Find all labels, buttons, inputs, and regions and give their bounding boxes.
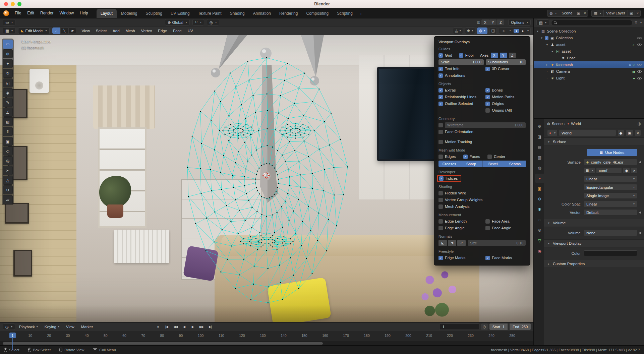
bones-checkbox[interactable] <box>485 88 490 93</box>
interpolation-dropdown[interactable]: Linear▾ <box>584 176 637 182</box>
visibility-eye-icon[interactable] <box>637 69 642 74</box>
3d-viewport[interactable]: User Perspective (1) facemesh ▭⊕+↻◱◈✎∠▧⇑… <box>0 35 533 322</box>
image-source-dropdown[interactable]: Single Image▾ <box>584 192 637 199</box>
edges-checkbox[interactable] <box>438 155 443 159</box>
unlink-world-button[interactable]: × <box>635 130 641 136</box>
edge-display-toggle[interactable]: Creases <box>438 161 460 167</box>
edge-display-toggle[interactable]: Bevel <box>482 161 504 167</box>
expand-arrow-icon[interactable]: ▸ <box>551 50 554 53</box>
visibility-eye-icon[interactable] <box>637 76 642 80</box>
outliner-row-scene-collection[interactable]: ▾ ▥ Scene Collection <box>534 28 644 35</box>
timeline-menu[interactable]: Marker <box>78 324 96 330</box>
mesh-analysis-checkbox[interactable] <box>438 204 443 209</box>
particles-tab[interactable]: ✱ <box>535 205 544 214</box>
next-keyframe-button[interactable]: ▶▶ <box>197 323 205 330</box>
annotations-checkbox[interactable] <box>438 73 443 78</box>
material-preview-button[interactable]: ◑ <box>514 29 519 33</box>
timeline-scrollbar-track[interactable] <box>0 341 533 345</box>
viewport-menu[interactable]: Select <box>93 28 109 34</box>
jump-to-start-button[interactable]: |◀ <box>163 323 170 330</box>
add-cube-tool[interactable]: ▧ <box>3 117 13 126</box>
edge-display-toggle[interactable]: Seams <box>504 161 526 167</box>
edge-length-checkbox[interactable] <box>438 219 443 224</box>
workspace-tab[interactable]: UV Editing <box>167 9 194 18</box>
custom-properties-panel-header[interactable]: ▸ Custom Properties <box>544 260 644 268</box>
axis-toggle-button[interactable]: X <box>491 53 498 58</box>
scene-browse-button[interactable]: ◍▾ <box>547 10 560 16</box>
edge-display-toggle[interactable]: Sharp <box>460 161 482 167</box>
workspace-tab[interactable]: Layout <box>97 9 117 18</box>
motion-tracking-checkbox[interactable] <box>438 140 443 144</box>
expand-arrow-icon[interactable]: ▾ <box>540 36 543 40</box>
tool-tab[interactable]: ⚙ <box>535 122 544 131</box>
split-normals-button[interactable]: ◥ <box>448 240 456 246</box>
play-button[interactable]: ▶ <box>189 323 196 330</box>
mirror-axis-button[interactable]: X <box>481 19 489 25</box>
view-layer-tab[interactable]: ▦ <box>535 153 544 162</box>
snap-toggle[interactable]: ∩▾ <box>192 19 204 25</box>
workspace-tab[interactable]: Rendering <box>275 9 302 18</box>
topbar-menu[interactable]: Render <box>37 10 56 16</box>
jump-to-end-button[interactable]: ▶| <box>206 323 214 330</box>
expand-arrow-icon[interactable]: ▸ <box>545 63 549 66</box>
face-angle-checkbox[interactable] <box>485 226 490 230</box>
edge-marks-checkbox[interactable] <box>438 256 443 260</box>
close-window-button[interactable] <box>4 2 8 6</box>
breadcrumb-scene[interactable]: Scene <box>552 122 563 126</box>
inset-faces-tool[interactable]: ▣ <box>3 137 13 146</box>
object-data-tab[interactable]: ▽ <box>535 236 544 245</box>
transform-tool[interactable]: ◈ <box>3 88 13 97</box>
extrude-tool[interactable]: ⇑ <box>3 127 13 136</box>
topbar-menu[interactable]: Window <box>56 10 77 16</box>
outliner-row-pose[interactable]: · ⚑ Pose <box>534 55 644 61</box>
new-view-layer-button[interactable]: ▣ <box>628 10 635 16</box>
physics-tab[interactable]: ◌ <box>535 215 544 225</box>
annotate-tool[interactable]: ✎ <box>3 98 13 107</box>
active-tool-dropdown[interactable]: ▭▾ <box>3 19 15 25</box>
viewport-menu[interactable]: Face <box>170 28 184 34</box>
grid-subdivisions-slider[interactable]: Subdivisions10 <box>486 59 526 65</box>
motion-paths-checkbox[interactable] <box>485 95 490 99</box>
breadcrumb-world[interactable]: World <box>571 122 581 126</box>
solid-shading-button[interactable]: ◔ <box>507 29 513 33</box>
workspace-tab[interactable]: Modeling <box>117 9 141 18</box>
render-tab[interactable]: ◨ <box>535 132 544 141</box>
chevron-down-icon[interactable]: ▾ <box>640 21 642 24</box>
overlays-dropdown[interactable]: ◍▾ <box>477 27 487 34</box>
workspace-tab[interactable]: Shading <box>226 9 249 18</box>
expand-arrow-icon[interactable]: ▾ <box>545 43 549 46</box>
extras-checkbox[interactable] <box>438 88 443 93</box>
constraints-tab[interactable]: ⊙ <box>535 226 544 235</box>
face-marks-checkbox[interactable] <box>485 256 490 260</box>
floor-checkbox[interactable] <box>459 53 463 58</box>
rotate-tool[interactable]: ↻ <box>3 69 13 78</box>
surface-shader-dropdown[interactable]: ◈comfy_cafe_4k.exr <box>584 159 637 165</box>
hidden-wire-checkbox[interactable] <box>438 191 443 195</box>
fake-user-shield-button[interactable]: ◆ <box>623 167 630 174</box>
blender-logo-icon[interactable] <box>3 10 9 16</box>
object-visibility-dropdown[interactable]: ◬▾ <box>453 27 463 34</box>
viewport-menu[interactable]: Add <box>110 28 122 34</box>
topbar-menu[interactable]: File <box>12 10 24 16</box>
text-info-checkbox[interactable] <box>438 67 443 71</box>
workspace-tab[interactable]: Sculpting <box>142 9 166 18</box>
origins-all-checkbox[interactable] <box>485 108 490 113</box>
relationship-lines-checkbox[interactable] <box>438 95 443 99</box>
visibility-eye-icon[interactable] <box>637 42 642 47</box>
new-scene-button[interactable]: ▣ <box>575 10 582 16</box>
rendered-shading-button[interactable]: ● <box>520 29 525 33</box>
vertex-normals-button[interactable]: ◣ <box>438 240 447 246</box>
use-preview-range-button[interactable]: ◷ <box>481 323 488 330</box>
face-select-mode-button[interactable]: ▰ <box>68 27 76 34</box>
outliner-row-collection[interactable]: ▾ ▣ Collection <box>534 35 644 41</box>
surface-panel-header[interactable]: ▾ Surface <box>544 138 644 146</box>
zoom-window-button[interactable] <box>17 2 21 6</box>
workspace-tab[interactable]: Scripting <box>333 9 357 18</box>
loop-cut-tool[interactable]: ◎ <box>3 156 13 165</box>
editor-type-button[interactable]: ▦▾ <box>3 27 15 34</box>
workspace-tab[interactable]: Compositing <box>302 9 333 18</box>
use-nodes-button[interactable]: ▦Use Nodes <box>587 149 637 156</box>
scene-name[interactable]: Scene <box>559 10 575 16</box>
play-reverse-button[interactable]: ◀ <box>180 323 188 330</box>
fake-user-shield-button[interactable]: ◆ <box>618 130 625 136</box>
